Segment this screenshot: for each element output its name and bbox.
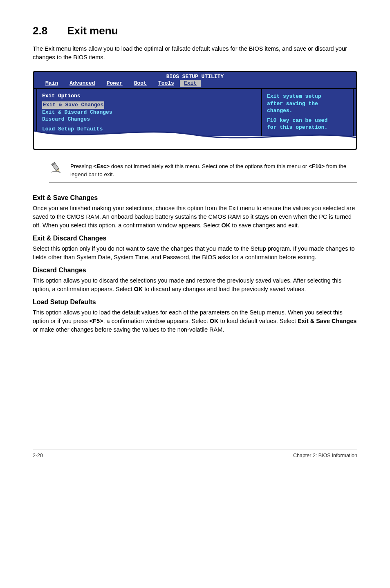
bios-tab-bar: Main Advanced Power Boot Tools Exit bbox=[34, 80, 356, 88]
help-line-2: after saving the bbox=[267, 100, 351, 108]
sub-exit-discard-body: Select this option only if you do not wa… bbox=[33, 245, 357, 262]
sub-discard-body: This option allows you to discard the se… bbox=[33, 276, 357, 294]
sub-exit-save-title: Exit & Save Changes bbox=[33, 194, 357, 202]
pencil-note-icon bbox=[49, 161, 63, 175]
s4-ok: OK bbox=[210, 318, 219, 324]
note-text: Pressing <Esc> does not immediately exit… bbox=[70, 162, 357, 178]
note-key-esc: <Esc> bbox=[93, 163, 110, 169]
note-row: Pressing <Esc> does not immediately exit… bbox=[49, 162, 357, 183]
discard-changes-option[interactable]: Discard Changes bbox=[42, 116, 256, 123]
bios-torn-edge bbox=[34, 136, 356, 149]
bios-tab-tools[interactable]: Tools bbox=[152, 80, 180, 87]
exit-discard-changes-option[interactable]: Exit & Discard Changes bbox=[42, 109, 256, 116]
sub-discard-title: Discard Changes bbox=[33, 267, 357, 274]
section-heading: 2.8Exit menu bbox=[33, 25, 357, 37]
help-line-1: Exit system setup bbox=[267, 93, 351, 100]
section-title-text: Exit menu bbox=[67, 25, 118, 37]
sub-exit-discard-title: Exit & Discard Changes bbox=[33, 235, 357, 242]
s1-body-a: Once you are finished making your select… bbox=[33, 205, 355, 229]
sub-load-defaults-title: Load Setup Defaults bbox=[33, 298, 357, 306]
s4-body-b: , a confirmation window appears. Select bbox=[103, 318, 210, 324]
sub-load-defaults-body: This option allows you to load the defau… bbox=[33, 308, 357, 334]
s1-ok: OK bbox=[222, 222, 231, 229]
sub-exit-save-body: Once you are finished making your select… bbox=[33, 204, 357, 230]
bios-tab-power[interactable]: Power bbox=[101, 80, 128, 87]
s3-body-b: to discard any changes and load the prev… bbox=[143, 286, 306, 292]
s1-body-b: to save changes and exit. bbox=[230, 222, 299, 229]
footer-page-number: 2-20 bbox=[33, 453, 43, 458]
intro-paragraph: The Exit menu items allow you to load th… bbox=[33, 45, 357, 62]
s4-body-d: or make other changes before saving the … bbox=[33, 326, 224, 333]
note-text-a: Pressing bbox=[70, 163, 93, 169]
bios-utility-title: BIOS SETUP UTILITY bbox=[34, 72, 356, 80]
help-line-4: F10 key can be used bbox=[267, 117, 351, 124]
bios-tab-main[interactable]: Main bbox=[40, 80, 64, 87]
section-number: 2.8 bbox=[33, 25, 47, 37]
page-footer: 2-20 Chapter 2: BIOS information bbox=[33, 449, 357, 458]
note-key-f10: <F10> bbox=[309, 163, 325, 169]
exit-save-changes-option[interactable]: Exit & Save Changes bbox=[42, 101, 104, 109]
help-line-3: changes. bbox=[267, 107, 351, 114]
footer-chapter: Chapter 2: BIOS information bbox=[293, 453, 357, 458]
s3-ok: OK bbox=[134, 286, 143, 292]
s4-exitsave: Exit & Save Changes bbox=[298, 318, 356, 324]
bios-screenshot: BIOS SETUP UTILITY Main Advanced Power B… bbox=[33, 71, 357, 150]
bios-tab-advanced[interactable]: Advanced bbox=[64, 80, 101, 87]
bios-tab-boot[interactable]: Boot bbox=[128, 80, 152, 87]
note-text-b: does not immediately exit this menu. Sel… bbox=[110, 163, 309, 169]
s4-key-f5: <F5> bbox=[90, 318, 103, 324]
exit-options-heading: Exit Options bbox=[42, 93, 256, 99]
s4-body-c: to load default values. Select bbox=[219, 318, 298, 324]
bios-tab-exit[interactable]: Exit bbox=[180, 80, 201, 87]
